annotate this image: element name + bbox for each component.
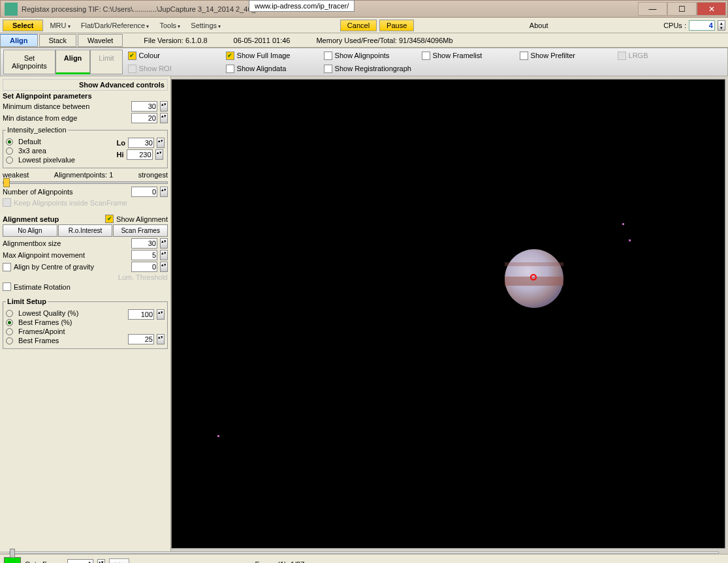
mru-menu[interactable]: MRU [46, 20, 74, 31]
max-move-input[interactable] [131, 250, 157, 260]
subtab-set-alignpoints[interactable]: Set Alignpoints [3, 50, 55, 74]
lo-input[interactable] [128, 138, 154, 148]
app-icon [5, 3, 18, 16]
cancel-button[interactable]: Cancel [340, 20, 377, 31]
show-aligndata-checkbox[interactable]: Show Aligndata [226, 64, 317, 73]
estimate-rotation-label: Estimate Rotation [14, 283, 71, 291]
limit-val2-input[interactable] [128, 334, 154, 344]
cog-spinner[interactable]: ▴▾ [160, 262, 168, 272]
alignmentpoints-count: Alignmentpoints: 1 [54, 171, 114, 179]
moon-dot [629, 239, 631, 241]
min-distance-spinner[interactable]: ▴▾ [160, 101, 168, 112]
goto-frame-input[interactable] [67, 559, 93, 564]
show-prefilter-checkbox[interactable]: Show Prefilter [520, 51, 611, 60]
radio-best-frames-pct[interactable]: Best Frames (%) [6, 318, 128, 326]
tab-stack[interactable]: Stack [39, 34, 77, 47]
alignbox-input[interactable] [131, 238, 157, 249]
frame-indicator: Frame (1): 1/27 [133, 560, 427, 564]
radio-lowest-pixel[interactable]: Lowest pixelvalue [6, 156, 117, 164]
limit-setup-group: Limit Setup Lowest Quality (%) Best Fram… [3, 297, 168, 349]
subtab-align[interactable]: Align [55, 50, 91, 74]
intensity-legend: Intensity_selection [6, 126, 68, 134]
main-toolbar: Select MRU Flat/Dark/Reference Tools Set… [0, 18, 728, 33]
show-alignment-label: Show Alignment [116, 215, 168, 223]
limit-val1-spinner[interactable]: ▴▾ [157, 309, 165, 320]
show-roi-checkbox: Show ROI [128, 64, 219, 73]
sidebar: Show Advanced controls Set Alignpoint pa… [0, 76, 171, 551]
tab-wavelet[interactable]: Wavelet [78, 34, 123, 47]
colour-checkbox[interactable]: Colour [128, 51, 219, 60]
settings-menu[interactable]: Settings [187, 20, 225, 31]
align-cog-checkbox[interactable] [3, 263, 11, 271]
alignbox-spinner[interactable]: ▴▾ [160, 238, 168, 249]
min-edge-input[interactable] [131, 113, 157, 123]
radio-best-frames[interactable]: Best Frames [6, 337, 128, 344]
stage-tabs: Align Stack Wavelet File Version: 6.1.0.… [0, 33, 728, 48]
minimize-button[interactable]: — [638, 2, 667, 16]
flat-dark-menu[interactable]: Flat/Dark/Reference [77, 20, 153, 31]
limit-setup-title: Limit Setup [6, 297, 48, 305]
show-reggraph-checkbox[interactable]: Show Registrationgraph [324, 64, 415, 73]
subtab-limit: Limit [90, 50, 122, 74]
file-version-label: File Version: 6.1.0.8 [144, 37, 207, 44]
set-alignpoint-params-title: Set Alignpoint parameters [3, 92, 168, 100]
hi-label: Hi [117, 151, 124, 159]
strength-slider[interactable] [3, 181, 168, 184]
show-framelist-checkbox[interactable]: Show Framelist [422, 51, 513, 60]
cpus-input[interactable] [689, 20, 715, 31]
about-link[interactable]: About [530, 22, 548, 29]
hi-input[interactable] [127, 149, 153, 160]
max-move-label: Max Alignpoint movement [3, 251, 129, 259]
cpus-label: CPUs : [663, 22, 686, 29]
step-button[interactable]: >> [109, 558, 129, 564]
limit-val1-input[interactable] [128, 309, 154, 320]
align-cog-label: Align by Centre of gravity [14, 263, 129, 271]
goto-frame-spinner[interactable]: ▴▾ [97, 559, 105, 564]
no-align-button[interactable]: No Align [3, 224, 57, 237]
frame-slider[interactable] [9, 551, 719, 554]
intensity-selection-group: Intensity_selection Default 3x3 area Low… [3, 126, 168, 168]
show-alignpoints-checkbox[interactable]: Show Alignpoints [324, 51, 415, 60]
bottom-bar: Goto Frame ▴▾ >> Frame (1): 1/27 [0, 554, 728, 563]
select-button[interactable]: Select [3, 20, 43, 31]
lum-threshold-label: Lum. Threshold [118, 273, 168, 281]
maximize-button[interactable]: ☐ [667, 2, 697, 16]
pause-button[interactable]: Pause [379, 20, 414, 31]
min-distance-label: Minimum distance between [3, 102, 129, 110]
lo-spinner[interactable]: ▴▾ [157, 138, 165, 148]
radio-3x3[interactable]: 3x3 area [6, 147, 117, 155]
moon-dot [217, 435, 219, 437]
strongest-label: strongest [138, 171, 168, 179]
show-alignment-checkbox[interactable] [105, 215, 114, 223]
titlebar: Registax processing TIF: C:\Users\......… [0, 0, 728, 18]
limit-val2-spinner[interactable]: ▴▾ [157, 334, 165, 344]
roi-button[interactable]: R.o.Interest [58, 224, 113, 237]
num-alignpoints-input[interactable] [131, 187, 157, 197]
radio-frames-apoint[interactable]: Frames/Apoint [6, 327, 128, 335]
max-move-spinner[interactable]: ▴▾ [160, 250, 168, 260]
tools-menu[interactable]: Tools [155, 20, 184, 31]
lo-label: Lo [117, 139, 125, 147]
tab-align[interactable]: Align [0, 34, 38, 47]
min-edge-label: Min distance from edge [3, 114, 129, 122]
cog-input[interactable] [131, 262, 157, 272]
alignpoint-marker[interactable] [530, 274, 537, 281]
min-distance-input[interactable] [131, 101, 157, 112]
num-alignpoints-spinner[interactable]: ▴▾ [160, 187, 168, 197]
min-edge-spinner[interactable]: ▴▾ [160, 113, 168, 123]
date-label: 06-05-2011 01:46 [234, 37, 291, 44]
close-button[interactable]: ✕ [697, 2, 726, 16]
image-viewport[interactable] [171, 79, 725, 549]
radio-lowest-quality[interactable]: Lowest Quality (%) [6, 309, 128, 317]
show-advanced-controls[interactable]: Show Advanced controls [3, 79, 168, 91]
lrgb-checkbox: LRGB [618, 51, 709, 60]
show-full-image-checkbox[interactable]: Show Full Image [226, 51, 317, 60]
alignment-setup-title: Alignment setup [3, 215, 103, 223]
estimate-rotation-checkbox[interactable] [3, 282, 11, 291]
radio-default[interactable]: Default [6, 138, 117, 145]
cpus-spinner[interactable]: ▴▾ [718, 20, 725, 31]
hi-spinner[interactable]: ▴▾ [155, 149, 163, 160]
goto-frame-label: Goto Frame [25, 560, 63, 564]
num-alignpoints-label: Number of Alignpoints [3, 188, 129, 196]
scan-frames-button[interactable]: Scan Frames [113, 224, 168, 237]
